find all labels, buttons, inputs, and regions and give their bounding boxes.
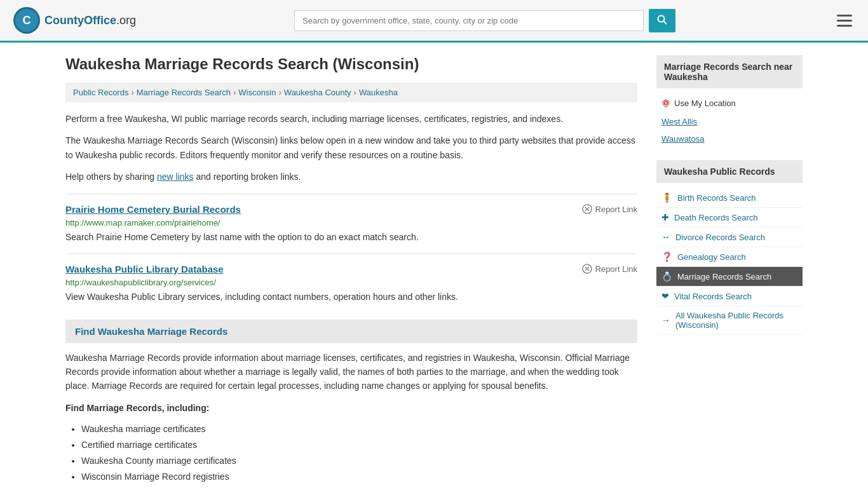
resource-title-2[interactable]: Waukesha Public Library Database [65, 264, 224, 274]
breadcrumb-sep-2: › [233, 88, 236, 97]
logo-icon: C [13, 6, 41, 34]
resource-header-1: Prairie Home Cemetery Burial Records Rep… [65, 204, 637, 215]
rings-icon: 💍 [661, 271, 672, 281]
hamburger-line-1 [837, 15, 852, 17]
svg-text:C: C [23, 14, 31, 27]
hamburger-line-3 [837, 25, 852, 27]
sidebar-death-label: Death Records Search [674, 213, 758, 222]
nearby-link-wauwatosa[interactable]: Wauwatosa [656, 130, 803, 147]
breadcrumb-marriage-records-search[interactable]: Marriage Records Search [137, 88, 231, 97]
report-link-label-2: Report Link [595, 264, 637, 274]
list-item-2: Certified marriage certificates [81, 438, 637, 452]
hamburger-line-2 [837, 20, 852, 22]
report-icon-2 [582, 264, 592, 274]
use-location-label: Use My Location [674, 98, 736, 108]
sidebar-divorce-label: Divorce Records Search [675, 233, 765, 242]
breadcrumb-waukesha-county[interactable]: Waukesha County [284, 88, 351, 97]
breadcrumb-sep-1: › [131, 88, 133, 97]
logo-area[interactable]: C CountyOffice.org [13, 6, 136, 34]
use-location-button[interactable]: Use My Location [656, 93, 803, 113]
sidebar-genealogy-label: Genealogy Search [677, 252, 746, 262]
sidebar-item-vital-records[interactable]: ❤ Vital Records Search [656, 287, 803, 306]
resource-title-1[interactable]: Prairie Home Cemetery Burial Records [65, 204, 241, 215]
new-links[interactable]: new links [157, 172, 194, 182]
sidebar-item-genealogy[interactable]: ❓ Genealogy Search [656, 247, 803, 267]
search-input[interactable] [294, 10, 644, 31]
sidebar-all-label: All Waukesha Public Records (Wisconsin) [675, 311, 797, 330]
report-link-label-1: Report Link [595, 205, 637, 214]
resource-item-2: Waukesha Public Library Database Report … [65, 254, 637, 313]
report-link-button-2[interactable]: Report Link [582, 264, 637, 274]
sidebar-marriage-label: Marriage Records Search [677, 272, 771, 281]
resource-desc-1: Search Prairie Home Cemetery by last nam… [65, 231, 637, 244]
report-icon-1 [582, 204, 592, 214]
svg-point-3 [658, 15, 665, 22]
find-section: Find Waukesha Marriage Records Waukesha … [65, 320, 637, 484]
hamburger-button[interactable] [834, 11, 855, 30]
breadcrumb-wisconsin[interactable]: Wisconsin [238, 88, 276, 97]
list-item-3: Waukesha County marriage certificates [81, 454, 637, 468]
description-para3-prefix: Help others by sharing [65, 172, 157, 182]
find-list: Waukesha marriage certificates Certified… [65, 423, 637, 484]
description-para3: Help others by sharing new links and rep… [65, 170, 637, 184]
arrows-icon: ↔ [661, 232, 670, 242]
sidebar-birth-label: Birth Records Search [677, 193, 756, 203]
location-icon [661, 99, 670, 108]
find-section-body: Waukesha Marriage Records provide inform… [65, 351, 637, 393]
sidebar-nearby-title: Marriage Records Search near Waukesha [656, 55, 803, 88]
description-area: Perform a free Waukesha, WI public marri… [65, 112, 637, 184]
resource-desc-2: View Waukesha Public Library services, i… [65, 290, 637, 304]
search-icon [657, 15, 667, 25]
sidebar-item-death-records[interactable]: ✚ Death Records Search [656, 208, 803, 227]
description-para1: Perform a free Waukesha, WI public marri… [65, 112, 637, 126]
search-area [294, 9, 675, 32]
sidebar: Marriage Records Search near Waukesha Us… [656, 55, 803, 486]
sidebar-item-divorce-records[interactable]: ↔ Divorce Records Search [656, 227, 803, 247]
logo-text: CountyOffice.org [44, 14, 136, 27]
search-button[interactable] [649, 9, 675, 32]
description-para3-suffix: and reporting broken links. [194, 172, 301, 182]
find-section-header: Find Waukesha Marriage Records [65, 320, 637, 343]
sidebar-item-marriage-records[interactable]: 💍 Marriage Records Search [656, 267, 803, 287]
resource-url-1[interactable]: http://www.map.ramaker.com/prairiehome/ [65, 218, 637, 227]
breadcrumb-public-records[interactable]: Public Records [73, 88, 128, 97]
sidebar-public-records-title: Waukesha Public Records [656, 160, 803, 183]
cross-icon: ✚ [661, 212, 669, 222]
resource-url-2[interactable]: http://waukeshapubliclibrary.org/service… [65, 278, 637, 287]
sidebar-nearby-section: Marriage Records Search near Waukesha Us… [656, 55, 803, 147]
find-subheader: Find Marriage Records, including: [65, 401, 637, 415]
breadcrumb: Public Records › Marriage Records Search… [65, 83, 637, 102]
breadcrumb-sep-4: › [354, 88, 356, 97]
arrow-icon: → [661, 315, 670, 325]
sidebar-item-birth-records[interactable]: 🧍 Birth Records Search [656, 188, 803, 208]
breadcrumb-waukesha[interactable]: Waukesha [359, 88, 398, 97]
sidebar-public-records-section: Waukesha Public Records 🧍 Birth Records … [656, 160, 803, 335]
svg-line-4 [664, 21, 667, 24]
breadcrumb-sep-3: › [279, 88, 281, 97]
question-icon: ❓ [661, 252, 672, 262]
list-item-4: Wisconsin Marriage Record registries [81, 470, 637, 484]
heart-icon: ❤ [661, 291, 669, 301]
sidebar-item-all-records[interactable]: → All Waukesha Public Records (Wisconsin… [656, 306, 803, 335]
report-link-button-1[interactable]: Report Link [582, 204, 637, 214]
content-area: Waukesha Marriage Records Search (Wiscon… [65, 55, 637, 486]
sidebar-vital-label: Vital Records Search [674, 292, 752, 301]
svg-point-12 [665, 102, 667, 104]
nearby-link-west-allis[interactable]: West Allis [656, 113, 803, 130]
list-item-1: Waukesha marriage certificates [81, 423, 637, 436]
description-para2: The Waukesha Marriage Records Search (Wi… [65, 133, 637, 162]
person-icon: 🧍 [661, 193, 672, 203]
resource-header-2: Waukesha Public Library Database Report … [65, 264, 637, 274]
resource-item-1: Prairie Home Cemetery Burial Records Rep… [65, 194, 637, 254]
page-title: Waukesha Marriage Records Search (Wiscon… [65, 55, 637, 73]
